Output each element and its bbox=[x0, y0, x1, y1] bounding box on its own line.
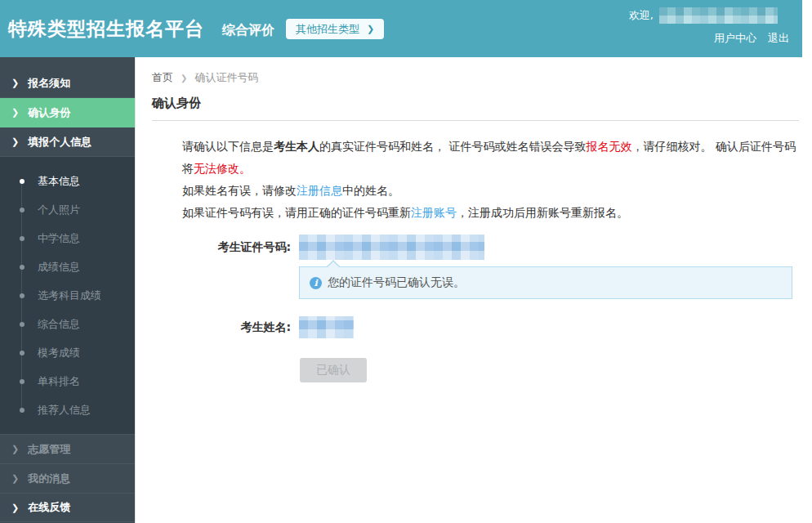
bullet-icon bbox=[20, 351, 25, 355]
page-title: 确认身份 bbox=[152, 96, 812, 111]
bullet-icon bbox=[20, 293, 25, 298]
notice-text: 如果证件号码有误，请用正确的证件号码重新 bbox=[182, 206, 411, 219]
redacted-candidate-name bbox=[299, 316, 354, 338]
redacted-user-name bbox=[659, 7, 778, 24]
sidebar-submenu: 基本信息 个人照片 中学信息 成绩信息 选考科目成绩 综合信息 bbox=[0, 157, 135, 434]
sidebar-item-personal-photo[interactable]: 个人照片 bbox=[0, 195, 135, 224]
sidebar-item-label: 填报个人信息 bbox=[28, 135, 91, 150]
sidebar-item-my-messages[interactable]: ❯ 我的消息 bbox=[0, 463, 135, 493]
sidebar-item-label: 确认身份 bbox=[28, 105, 70, 120]
candidate-name-row: 考生姓名: bbox=[152, 316, 812, 338]
sidebar-nav: ❯ 报名须知 ❯ 确认身份 ❯ 填报个人信息 基本信息 个人照片 中学信息 bbox=[0, 57, 135, 523]
other-enrollment-types-button[interactable]: 其他招生类型 ❯ bbox=[286, 19, 384, 39]
app-title: 特殊类型招生报名平台 bbox=[8, 16, 204, 42]
redacted-id-number bbox=[299, 235, 484, 260]
sidebar-item-volunteer-management[interactable]: ❯ 志愿管理 bbox=[0, 434, 135, 463]
notice-text-warning: 无法修改。 bbox=[194, 162, 251, 175]
breadcrumb: 首页 ❯ 确认证件号码 bbox=[152, 70, 812, 85]
user-links: 用户中心 退出 bbox=[714, 31, 789, 46]
bullet-icon bbox=[20, 322, 25, 327]
chevron-right-icon: ❯ bbox=[11, 136, 19, 147]
sidebar-item-label: 在线反馈 bbox=[28, 500, 70, 515]
title-divider bbox=[152, 120, 799, 121]
notice-text: 中的姓名。 bbox=[342, 184, 399, 197]
chevron-right-icon: ❯ bbox=[11, 503, 19, 513]
page-layout: ❯ 报名须知 ❯ 确认身份 ❯ 填报个人信息 基本信息 个人照片 中学信息 bbox=[0, 57, 812, 523]
info-icon: i bbox=[310, 277, 322, 289]
main-content: 首页 ❯ 确认证件号码 确认身份 请确认以下信息是考生本人的真实证件号码和姓名，… bbox=[135, 57, 812, 523]
registration-info-link[interactable]: 注册信息 bbox=[297, 184, 342, 197]
bullet-icon bbox=[20, 379, 25, 384]
sidebar-item-basic-info[interactable]: 基本信息 bbox=[0, 167, 135, 195]
id-number-label: 考生证件号码: bbox=[152, 235, 291, 299]
notice-text-bold: 考生本人 bbox=[274, 140, 319, 153]
sidebar-bottom-group: ❯ 志愿管理 ❯ 我的消息 ❯ 在线反馈 bbox=[0, 434, 135, 522]
sidebar-item-elective-subject-scores[interactable]: 选考科目成绩 bbox=[0, 281, 135, 310]
sidebar-subitem-label: 综合信息 bbox=[38, 317, 80, 332]
bullet-icon bbox=[20, 408, 25, 413]
sidebar-subitem-label: 推荐人信息 bbox=[38, 403, 91, 418]
logout-link[interactable]: 退出 bbox=[768, 31, 789, 46]
sidebar-subitem-label: 单科排名 bbox=[38, 374, 80, 389]
breadcrumb-current: 确认证件号码 bbox=[194, 70, 258, 85]
id-confirmed-message: 您的证件号码已确认无误。 bbox=[328, 275, 465, 290]
sidebar-item-score-info[interactable]: 成绩信息 bbox=[0, 253, 135, 281]
notice-text: ，注册成功后用新账号重新报名。 bbox=[457, 206, 628, 219]
bullet-icon bbox=[20, 236, 25, 241]
id-confirmed-tooltip: i 您的证件号码已确认无误。 bbox=[299, 266, 792, 299]
bullet-icon bbox=[20, 179, 25, 184]
welcome-bar: 欢迎, bbox=[629, 7, 778, 24]
chevron-right-icon: ❯ bbox=[11, 107, 19, 118]
sidebar-item-recommender-info[interactable]: 推荐人信息 bbox=[0, 396, 135, 424]
bullet-icon bbox=[20, 208, 25, 212]
sidebar-item-label: 我的消息 bbox=[28, 472, 70, 486]
notice-text: 的真实证件号码和姓名， 证件号码或姓名错误会导致 bbox=[319, 140, 586, 153]
notice-text: 如果姓名有误，请修改 bbox=[182, 184, 297, 197]
sidebar-subitem-label: 基本信息 bbox=[38, 174, 80, 189]
sidebar-item-mock-exam-scores[interactable]: 模考成绩 bbox=[0, 338, 135, 367]
sidebar-item-online-feedback[interactable]: ❯ 在线反馈 bbox=[0, 493, 135, 522]
sidebar-subitem-label: 成绩信息 bbox=[38, 260, 80, 275]
register-account-link[interactable]: 注册账号 bbox=[411, 206, 457, 219]
confirmed-button[interactable]: 已确认 bbox=[300, 358, 367, 382]
sidebar-subitem-label: 个人照片 bbox=[38, 203, 80, 217]
tooltip-caret bbox=[328, 262, 339, 267]
sidebar-subitem-label: 中学信息 bbox=[38, 231, 80, 246]
sidebar-item-fill-personal-info[interactable]: ❯ 填报个人信息 bbox=[0, 127, 135, 157]
candidate-name-label: 考生姓名: bbox=[152, 316, 291, 338]
id-number-row: 考生证件号码: i 您的证件号码已确认无误。 bbox=[152, 235, 812, 299]
notice-text-warning: 报名无效 bbox=[586, 140, 631, 153]
chevron-right-icon: ❯ bbox=[11, 444, 19, 454]
user-center-link[interactable]: 用户中心 bbox=[714, 31, 756, 46]
sidebar-subitem-label: 模考成绩 bbox=[38, 346, 80, 360]
sidebar-item-confirm-identity[interactable]: ❯ 确认身份 bbox=[0, 98, 135, 127]
chevron-right-icon: ❯ bbox=[11, 78, 19, 88]
candidate-name-value-area bbox=[299, 316, 354, 338]
bullet-icon bbox=[20, 265, 25, 270]
sidebar-item-school-info[interactable]: 中学信息 bbox=[0, 224, 135, 253]
sidebar-item-label: 志愿管理 bbox=[28, 442, 70, 457]
sidebar-subitem-label: 选考科目成绩 bbox=[38, 288, 101, 303]
sidebar-item-comprehensive-info[interactable]: 综合信息 bbox=[0, 310, 135, 338]
chevron-right-icon: ❯ bbox=[181, 74, 187, 83]
id-number-value-area: i 您的证件号码已确认无误。 bbox=[299, 235, 792, 299]
sidebar-item-label: 报名须知 bbox=[28, 76, 70, 91]
confirmation-notice: 请确认以下信息是考生本人的真实证件号码和姓名， 证件号码或姓名错误会导致报名无效… bbox=[182, 136, 801, 224]
app-header: 特殊类型招生报名平台 综合评价 其他招生类型 ❯ 欢迎, 用户中心 退出 bbox=[0, 0, 802, 57]
chevron-right-icon: ❯ bbox=[367, 24, 374, 34]
breadcrumb-home-link[interactable]: 首页 bbox=[152, 70, 173, 85]
identity-form: 考生证件号码: i 您的证件号码已确认无误。 考生姓名: bbox=[152, 235, 812, 382]
other-enrollment-types-label: 其他招生类型 bbox=[296, 22, 359, 37]
sidebar-item-enrollment-notice[interactable]: ❯ 报名须知 bbox=[0, 69, 135, 98]
app-subtitle: 综合评价 bbox=[222, 22, 274, 39]
sidebar-item-single-subject-ranking[interactable]: 单科排名 bbox=[0, 367, 135, 396]
chevron-right-icon: ❯ bbox=[11, 473, 19, 484]
confirm-button-row: 已确认 bbox=[300, 358, 812, 382]
welcome-label: 欢迎, bbox=[629, 8, 654, 23]
notice-text: 请确认以下信息是 bbox=[182, 140, 274, 153]
